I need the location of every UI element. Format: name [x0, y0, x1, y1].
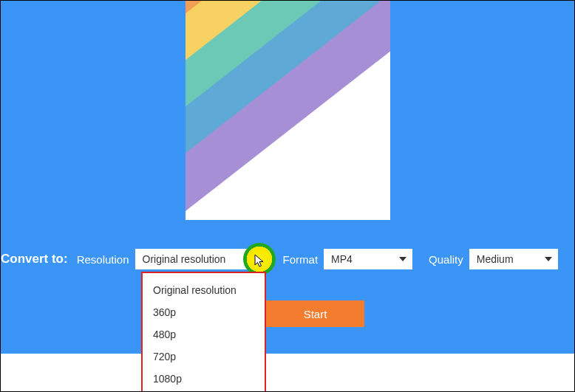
chevron-down-icon — [545, 257, 552, 261]
resolution-option[interactable]: 480p — [143, 323, 265, 345]
highlight-marker — [243, 243, 276, 275]
start-button-label: Start — [304, 308, 327, 320]
controls-bar: Convert to: Resolution Original resoluti… — [1, 221, 574, 354]
resolution-option[interactable]: 1080p — [143, 368, 265, 390]
quality-select[interactable]: Medium — [469, 249, 558, 269]
start-button[interactable]: Start — [266, 300, 364, 327]
format-select[interactable]: MP4 — [324, 249, 412, 269]
preview-area — [1, 1, 574, 221]
format-selected-value: MP4 — [331, 253, 353, 265]
resolution-label: Resolution — [77, 253, 129, 266]
quality-selected-value: Medium — [477, 253, 514, 265]
resolution-option[interactable]: 360p — [143, 301, 265, 323]
chevron-down-icon — [399, 257, 406, 261]
preview-thumbnail — [186, 1, 390, 220]
resolution-option[interactable]: Original resolution — [143, 279, 265, 301]
resolution-option[interactable]: 720p — [143, 345, 265, 368]
footer-spacer — [1, 354, 574, 392]
format-label: Format — [283, 253, 319, 266]
resolution-selected-value: Original resolution — [143, 253, 226, 265]
quality-label: Quality — [429, 253, 463, 266]
resolution-dropdown[interactable]: Original resolution 360p 480p 720p 1080p — [141, 272, 266, 392]
convert-to-label: Convert to: — [1, 252, 68, 267]
